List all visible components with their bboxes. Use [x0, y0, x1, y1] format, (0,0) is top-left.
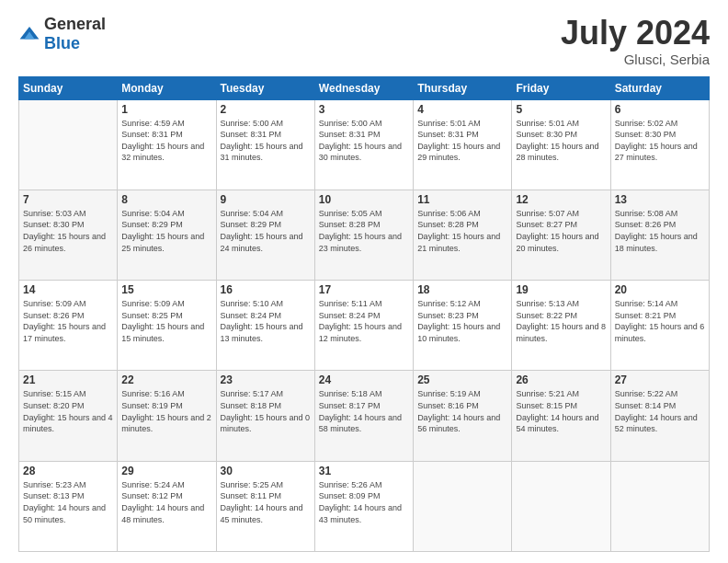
cell-2-6: 20Sunrise: 5:14 AMSunset: 8:21 PMDayligh…	[610, 281, 709, 371]
day-info-4-1: Sunrise: 5:24 AMSunset: 8:12 PMDaylight:…	[121, 479, 211, 525]
day-info-3-1: Sunrise: 5:16 AMSunset: 8:19 PMDaylight:…	[121, 388, 211, 434]
day-number-4-2: 30	[221, 465, 311, 477]
day-number-2-6: 20	[615, 283, 705, 296]
cell-0-5: 5Sunrise: 5:01 AMSunset: 8:30 PMDaylight…	[512, 99, 610, 190]
day-info-2-0: Sunrise: 5:09 AMSunset: 8:26 PMDaylight:…	[23, 298, 113, 344]
week-row-2: 14Sunrise: 5:09 AMSunset: 8:26 PMDayligh…	[19, 281, 710, 371]
cell-1-6: 13Sunrise: 5:08 AMSunset: 8:26 PMDayligh…	[610, 190, 709, 280]
day-number-0-6: 6	[615, 103, 705, 116]
day-number-1-6: 13	[615, 193, 705, 206]
day-number-3-3: 24	[319, 373, 409, 386]
logo-blue: Blue	[44, 34, 80, 52]
day-info-0-3: Sunrise: 5:00 AMSunset: 8:31 PMDaylight:…	[319, 118, 409, 164]
week-row-1: 7Sunrise: 5:03 AMSunset: 8:30 PMDaylight…	[19, 190, 710, 280]
day-number-4-0: 28	[23, 465, 113, 477]
cell-0-2: 2Sunrise: 5:00 AMSunset: 8:31 PMDaylight…	[216, 99, 314, 190]
day-number-2-3: 17	[319, 283, 409, 296]
header-thursday: Thursday	[414, 76, 512, 99]
week-row-0: 1Sunrise: 4:59 AMSunset: 8:31 PMDaylight…	[19, 99, 710, 190]
day-info-1-4: Sunrise: 5:06 AMSunset: 8:28 PMDaylight:…	[417, 208, 507, 254]
calendar-table: Sunday Monday Tuesday Wednesday Thursday…	[18, 76, 710, 552]
day-number-0-1: 1	[121, 103, 211, 116]
cell-4-2: 30Sunrise: 5:25 AMSunset: 8:11 PMDayligh…	[216, 461, 314, 551]
header: General Blue July 2024 Glusci, Serbia	[18, 15, 710, 67]
day-info-4-0: Sunrise: 5:23 AMSunset: 8:13 PMDaylight:…	[23, 479, 113, 525]
cell-1-3: 10Sunrise: 5:05 AMSunset: 8:28 PMDayligh…	[314, 190, 413, 280]
cell-0-4: 4Sunrise: 5:01 AMSunset: 8:31 PMDaylight…	[414, 99, 512, 190]
header-wednesday: Wednesday	[314, 76, 413, 99]
header-tuesday: Tuesday	[216, 76, 314, 99]
day-number-2-1: 15	[121, 283, 211, 296]
day-number-0-4: 4	[417, 103, 507, 116]
cell-4-3: 31Sunrise: 5:26 AMSunset: 8:09 PMDayligh…	[314, 461, 413, 551]
day-number-0-3: 3	[319, 103, 409, 116]
day-number-4-3: 31	[319, 465, 409, 477]
day-info-0-5: Sunrise: 5:01 AMSunset: 8:30 PMDaylight:…	[516, 118, 606, 164]
day-info-3-3: Sunrise: 5:18 AMSunset: 8:17 PMDaylight:…	[319, 388, 409, 434]
cell-4-5	[512, 461, 610, 551]
cell-0-0	[19, 99, 118, 190]
cell-3-3: 24Sunrise: 5:18 AMSunset: 8:17 PMDayligh…	[314, 371, 413, 461]
day-info-2-6: Sunrise: 5:14 AMSunset: 8:21 PMDaylight:…	[615, 298, 705, 344]
day-number-2-0: 14	[23, 283, 113, 296]
day-info-0-2: Sunrise: 5:00 AMSunset: 8:31 PMDaylight:…	[221, 118, 311, 164]
day-number-1-2: 9	[221, 193, 311, 206]
day-info-2-4: Sunrise: 5:12 AMSunset: 8:23 PMDaylight:…	[417, 298, 507, 344]
day-info-0-1: Sunrise: 4:59 AMSunset: 8:31 PMDaylight:…	[121, 118, 211, 164]
day-info-1-3: Sunrise: 5:05 AMSunset: 8:28 PMDaylight:…	[319, 208, 409, 254]
cell-1-2: 9Sunrise: 5:04 AMSunset: 8:29 PMDaylight…	[216, 190, 314, 280]
day-info-0-6: Sunrise: 5:02 AMSunset: 8:30 PMDaylight:…	[615, 118, 705, 164]
page: General Blue July 2024 Glusci, Serbia Su…	[0, 0, 728, 563]
day-number-2-5: 19	[516, 283, 606, 296]
cell-4-6	[610, 461, 709, 551]
week-row-3: 21Sunrise: 5:15 AMSunset: 8:20 PMDayligh…	[19, 371, 710, 461]
day-info-2-2: Sunrise: 5:10 AMSunset: 8:24 PMDaylight:…	[221, 298, 311, 344]
cell-4-1: 29Sunrise: 5:24 AMSunset: 8:12 PMDayligh…	[118, 461, 216, 551]
cell-4-0: 28Sunrise: 5:23 AMSunset: 8:13 PMDayligh…	[19, 461, 118, 551]
cell-2-0: 14Sunrise: 5:09 AMSunset: 8:26 PMDayligh…	[19, 281, 118, 371]
day-number-3-0: 21	[23, 373, 113, 386]
cell-1-4: 11Sunrise: 5:06 AMSunset: 8:28 PMDayligh…	[414, 190, 512, 280]
weekday-header-row: Sunday Monday Tuesday Wednesday Thursday…	[19, 76, 710, 99]
cell-2-2: 16Sunrise: 5:10 AMSunset: 8:24 PMDayligh…	[216, 281, 314, 371]
week-row-4: 28Sunrise: 5:23 AMSunset: 8:13 PMDayligh…	[19, 461, 710, 551]
header-monday: Monday	[118, 76, 216, 99]
title-location: Glusci, Serbia	[561, 52, 710, 67]
day-number-2-2: 16	[221, 283, 311, 296]
day-number-3-1: 22	[121, 373, 211, 386]
day-info-1-2: Sunrise: 5:04 AMSunset: 8:29 PMDaylight:…	[221, 208, 311, 254]
header-saturday: Saturday	[610, 76, 709, 99]
day-info-1-1: Sunrise: 5:04 AMSunset: 8:29 PMDaylight:…	[121, 208, 211, 254]
cell-1-1: 8Sunrise: 5:04 AMSunset: 8:29 PMDaylight…	[118, 190, 216, 280]
day-info-4-2: Sunrise: 5:25 AMSunset: 8:11 PMDaylight:…	[221, 479, 311, 525]
day-number-1-4: 11	[417, 193, 507, 206]
cell-3-4: 25Sunrise: 5:19 AMSunset: 8:16 PMDayligh…	[414, 371, 512, 461]
title-block: July 2024 Glusci, Serbia	[561, 15, 710, 67]
cell-2-5: 19Sunrise: 5:13 AMSunset: 8:22 PMDayligh…	[512, 281, 610, 371]
day-info-3-5: Sunrise: 5:21 AMSunset: 8:15 PMDaylight:…	[516, 388, 606, 434]
day-info-3-6: Sunrise: 5:22 AMSunset: 8:14 PMDaylight:…	[615, 388, 705, 434]
day-info-0-4: Sunrise: 5:01 AMSunset: 8:31 PMDaylight:…	[417, 118, 507, 164]
day-number-2-4: 18	[417, 283, 507, 296]
cell-0-3: 3Sunrise: 5:00 AMSunset: 8:31 PMDaylight…	[314, 99, 413, 190]
cell-3-0: 21Sunrise: 5:15 AMSunset: 8:20 PMDayligh…	[19, 371, 118, 461]
header-sunday: Sunday	[19, 76, 118, 99]
day-number-1-1: 8	[121, 193, 211, 206]
day-number-1-0: 7	[23, 193, 113, 206]
cell-2-3: 17Sunrise: 5:11 AMSunset: 8:24 PMDayligh…	[314, 281, 413, 371]
cell-0-1: 1Sunrise: 4:59 AMSunset: 8:31 PMDaylight…	[118, 99, 216, 190]
day-number-3-6: 27	[615, 373, 705, 386]
day-info-1-0: Sunrise: 5:03 AMSunset: 8:30 PMDaylight:…	[23, 208, 113, 254]
cell-1-0: 7Sunrise: 5:03 AMSunset: 8:30 PMDaylight…	[19, 190, 118, 280]
day-number-1-3: 10	[319, 193, 409, 206]
day-info-2-3: Sunrise: 5:11 AMSunset: 8:24 PMDaylight:…	[319, 298, 409, 344]
title-month: July 2024	[561, 15, 710, 52]
cell-3-2: 23Sunrise: 5:17 AMSunset: 8:18 PMDayligh…	[216, 371, 314, 461]
day-info-1-6: Sunrise: 5:08 AMSunset: 8:26 PMDaylight:…	[615, 208, 705, 254]
day-number-4-1: 29	[121, 465, 211, 477]
day-number-0-2: 2	[221, 103, 311, 116]
day-number-3-4: 25	[417, 373, 507, 386]
logo-general: General	[44, 15, 106, 33]
day-info-2-5: Sunrise: 5:13 AMSunset: 8:22 PMDaylight:…	[516, 298, 606, 344]
cell-3-1: 22Sunrise: 5:16 AMSunset: 8:19 PMDayligh…	[118, 371, 216, 461]
